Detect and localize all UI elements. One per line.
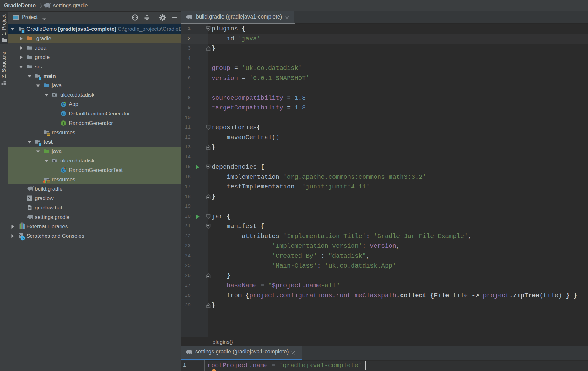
svg-text:I: I (63, 121, 64, 125)
svg-text:C: C (62, 112, 65, 116)
